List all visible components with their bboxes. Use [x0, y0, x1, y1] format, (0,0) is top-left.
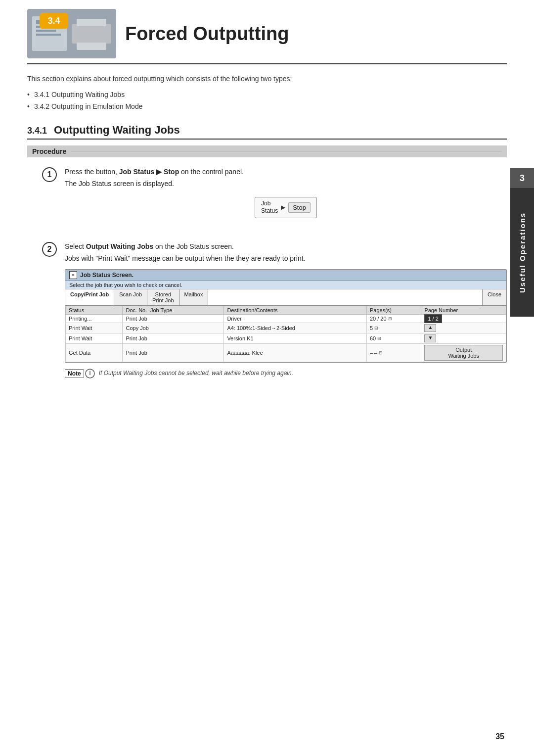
row4-job-type: Print Job	[123, 344, 224, 362]
right-tab-label: Useful Operations	[518, 212, 527, 292]
svg-rect-4	[36, 30, 56, 32]
procedure-bar: Procedure	[27, 145, 507, 157]
col-pages: Pages(s)	[366, 306, 421, 315]
row4-page-num[interactable]: OutputWaiting Jobs	[421, 344, 506, 362]
job-table: Status Doc. No. -Job Type Destination/Co…	[65, 306, 506, 362]
bullet-item-2: 3.4.2 Outputting in Emulation Mode	[27, 101, 507, 113]
row3-page-num: ▼	[421, 333, 506, 344]
intro-text: This section explains about forced outpu…	[27, 73, 507, 84]
arrow-icon: ▶	[281, 204, 285, 211]
bullet-item-1: 3.4.1 Outputting Waiting Jobs	[27, 89, 507, 101]
tab-scan-job[interactable]: Scan Job	[114, 289, 147, 305]
screen-title: Job Status Screen.	[80, 272, 134, 279]
note-area: Note If Output Waiting Jobs cannot be se…	[65, 369, 507, 378]
row2-pages: 5 ⊟	[366, 323, 421, 333]
row4-status: Get Data	[66, 344, 123, 362]
job-status-screen: ≡ Job Status Screen. Select the job that…	[65, 269, 507, 363]
table-row: Get Data Print Job Aaaaaaa: Klee – – ⊟	[66, 344, 506, 362]
tab-stored-print-job[interactable]: StoredPrint Job	[147, 289, 179, 305]
row2-job-type: Copy Job	[123, 323, 224, 333]
step-2-subtext: Jobs with "Print Wait" message can be ou…	[65, 254, 305, 262]
row1-job-type: Print Job	[123, 315, 224, 323]
procedure-label: Procedure	[32, 147, 66, 155]
row1-page-num: 1 / 2	[421, 315, 506, 323]
section-number: 3.4.1	[27, 126, 47, 136]
step-2-content: Select Output Waiting Jobs on the Job St…	[65, 241, 507, 379]
step-2-bold: Output Waiting Jobs	[86, 242, 153, 250]
page-title: Forced Outputting	[125, 23, 507, 45]
step-1-number: 1	[42, 167, 57, 182]
page-number: 35	[495, 732, 504, 741]
chapter-tab-number: 3	[510, 168, 534, 188]
chapter-icon-area: 3.4	[27, 9, 116, 58]
screen-icon: ≡	[69, 271, 77, 279]
screen-subtitle: Select the job that you wish to check or…	[65, 281, 506, 289]
job-status-btn-area: JobStatus ▶ Stop	[65, 197, 507, 218]
svg-text:3.4: 3.4	[47, 16, 60, 26]
row4-pages: – – ⊟	[366, 344, 421, 362]
row2-page-num: ▲	[421, 323, 506, 333]
screen-tabs: Copy/Print Job Scan Job StoredPrint Job …	[65, 289, 506, 306]
header-illustration: 3.4	[27, 9, 116, 58]
step-1-bold: Job Status ▶ Stop	[119, 168, 179, 176]
note-icon	[85, 369, 95, 378]
row3-job-type: Print Job	[123, 333, 224, 344]
note-text: If Output Waiting Jobs cannot be selecte…	[99, 369, 293, 378]
section-heading: 3.4.1 Outputting Waiting Jobs	[27, 124, 507, 140]
step-1: 1 Press the button, Job Status ▶ Stop on…	[42, 166, 507, 227]
row1-dest: Driver	[224, 315, 367, 323]
table-row: Print Wait Copy Job A4: 100%:1-Sided→2-S…	[66, 323, 506, 333]
section-title: Outputting Waiting Jobs	[54, 124, 180, 137]
svg-rect-6	[72, 24, 111, 44]
col-doc-no: Doc. No. -Job Type	[123, 306, 224, 315]
table-row: Print Wait Print Job Version K1 60 ⊟	[66, 333, 506, 344]
tab-copy-print-job[interactable]: Copy/Print Job	[65, 289, 114, 305]
step-2: 2 Select Output Waiting Jobs on the Job …	[42, 241, 507, 379]
svg-rect-7	[77, 19, 106, 26]
steps-container: 1 Press the button, Job Status ▶ Stop on…	[27, 166, 507, 378]
page-header: 3.4 Forced Outputting	[0, 0, 534, 58]
main-content: This section explains about forced outpu…	[0, 73, 534, 378]
right-tab: Useful Operations	[510, 188, 534, 317]
col-status: Status	[66, 306, 123, 315]
tab-mailbox[interactable]: Mailbox	[179, 289, 209, 305]
note-label: Note	[65, 369, 95, 378]
col-destination: Destination/Contents	[224, 306, 367, 315]
row2-dest: A4: 100%:1-Sided→2-Sided	[224, 323, 367, 333]
step-1-content: Press the button, Job Status ▶ Stop on t…	[65, 166, 507, 227]
row3-dest: Version K1	[224, 333, 367, 344]
step-2-number: 2	[42, 242, 57, 257]
row1-status: Printing...	[66, 315, 123, 323]
table-row: Printing... Print Job Driver 20 / 20 ⊟	[66, 315, 506, 323]
row3-status: Print Wait	[66, 333, 123, 344]
svg-point-13	[89, 371, 90, 372]
row1-pages: 20 / 20 ⊟	[366, 315, 421, 323]
row3-pages: 60 ⊟	[366, 333, 421, 344]
stop-button: Stop	[288, 202, 311, 213]
intro-bullet-list: 3.4.1 Outputting Waiting Jobs 3.4.2 Outp…	[27, 89, 507, 113]
step-1-subtext: The Job Status screen is displayed.	[65, 180, 174, 188]
note-box: Note	[65, 369, 84, 378]
svg-rect-8	[77, 43, 106, 50]
step-2-text: Select Output Waiting Jobs on the Job St…	[65, 241, 507, 265]
screen-title-bar: ≡ Job Status Screen.	[65, 270, 506, 281]
job-status-label: JobStatus	[261, 200, 278, 215]
row2-status: Print Wait	[66, 323, 123, 333]
job-status-button-illustration: JobStatus ▶ Stop	[255, 197, 317, 218]
header-divider	[27, 63, 507, 64]
col-page-number: Page Number	[421, 306, 506, 315]
chapter-number: 3	[520, 173, 525, 184]
step-1-text: Press the button, Job Status ▶ Stop on t…	[65, 166, 507, 190]
row4-dest: Aaaaaaa: Klee	[224, 344, 367, 362]
svg-rect-5	[36, 34, 61, 36]
tab-close[interactable]: Close	[482, 289, 506, 305]
